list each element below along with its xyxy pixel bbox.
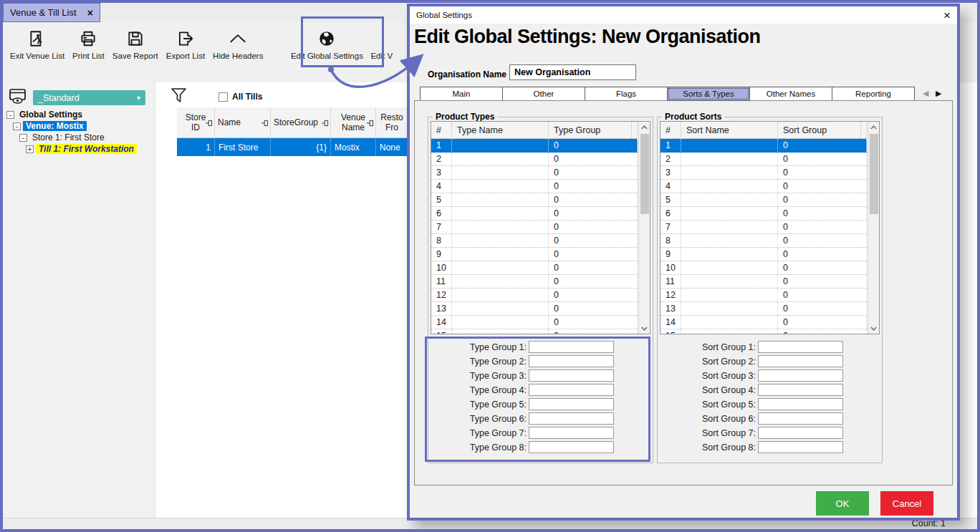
sort-group-2-input[interactable] xyxy=(758,355,843,367)
product-sorts-row[interactable]: 90 xyxy=(660,248,867,261)
pin-icon[interactable] xyxy=(206,119,213,129)
product-types-row[interactable]: 150 xyxy=(431,329,638,334)
tab-flags[interactable]: Flags xyxy=(585,87,668,101)
venue-column-header-store[interactable]: StoreID xyxy=(177,107,215,138)
product-sorts-column-sort-name[interactable]: Sort Name xyxy=(681,122,778,138)
toolbar-button-edit-global-settings[interactable]: Edit Global Settings xyxy=(289,29,365,60)
sort-group-1-input[interactable] xyxy=(758,341,843,353)
product-sorts-row[interactable]: 130 xyxy=(660,302,867,316)
scroll-up-icon[interactable] xyxy=(639,122,650,132)
venue-row[interactable]: 1First Store{1}MostixNone xyxy=(177,138,408,156)
venue-column-header-storegroup[interactable]: StoreGroup xyxy=(271,107,331,138)
venue-column-header-resto[interactable]: RestoFro xyxy=(376,107,408,138)
all-tills-checkbox[interactable] xyxy=(218,92,228,102)
product-sorts-row[interactable]: 80 xyxy=(660,234,867,248)
product-types-column-type-name[interactable]: Type Name xyxy=(452,122,549,138)
product-sorts-row[interactable]: 150 xyxy=(660,329,867,334)
product-sorts-row[interactable]: 20 xyxy=(660,153,867,166)
product-types-row[interactable]: 110 xyxy=(431,275,638,289)
product-sorts-row[interactable]: 140 xyxy=(660,316,867,329)
tab-sorts-types[interactable]: Sorts & Types xyxy=(667,87,750,101)
product-sorts-row[interactable]: 60 xyxy=(660,207,867,221)
sort-group-8-input[interactable] xyxy=(758,441,843,453)
toolbar-button-print-list[interactable]: Print List xyxy=(72,29,105,60)
sort-group-5-input[interactable] xyxy=(758,398,843,410)
sort-group-7-input[interactable] xyxy=(758,427,843,439)
layout-preset-dropdown[interactable]: _Standard ▾ xyxy=(33,90,145,105)
product-sorts-row[interactable]: 100 xyxy=(660,261,867,275)
product-sorts-scrollbar[interactable] xyxy=(868,122,879,334)
product-types-row[interactable]: 60 xyxy=(431,207,638,221)
scroll-up-icon[interactable] xyxy=(868,122,879,132)
collapse-icon[interactable]: - xyxy=(6,111,14,119)
tree-item-venue-mostix[interactable]: -Venue: Mostix xyxy=(3,120,155,132)
sort-group-3-input[interactable] xyxy=(758,369,843,382)
type-group-6-input[interactable] xyxy=(529,412,614,425)
type-group-8-input[interactable] xyxy=(529,441,614,453)
doc-tab-venue-till-list[interactable]: Venue & Till List × xyxy=(3,3,100,22)
pin-icon[interactable] xyxy=(261,119,269,129)
product-types-row[interactable]: 70 xyxy=(431,221,638,234)
product-sorts-row[interactable]: 70 xyxy=(660,221,867,234)
pin-icon[interactable] xyxy=(322,119,329,129)
product-types-row[interactable]: 20 xyxy=(431,153,638,166)
dialog-close-icon[interactable]: × xyxy=(943,9,951,21)
collapse-icon[interactable]: - xyxy=(13,122,21,130)
doc-tab-close-icon[interactable]: × xyxy=(87,7,93,19)
product-types-scroll-thumb[interactable] xyxy=(640,134,649,214)
product-types-row[interactable]: 80 xyxy=(431,234,638,248)
sort-group-4-input[interactable] xyxy=(758,384,843,396)
type-group-3-input[interactable] xyxy=(529,369,614,382)
product-types-column-type-group[interactable]: Type Group xyxy=(549,122,632,138)
product-sorts-column-[interactable]: # xyxy=(660,122,681,138)
organisation-name-input[interactable] xyxy=(509,64,636,80)
scroll-down-icon[interactable] xyxy=(868,323,879,334)
tab-reporting[interactable]: Reporting xyxy=(832,87,915,101)
scroll-down-icon[interactable] xyxy=(639,323,650,334)
product-sorts-row[interactable]: 40 xyxy=(660,180,867,193)
product-sorts-row[interactable]: 30 xyxy=(660,166,867,180)
product-types-row[interactable]: 10 xyxy=(431,139,638,153)
product-sorts-scroll-track[interactable] xyxy=(868,132,879,323)
pin-icon[interactable] xyxy=(367,119,374,129)
product-sorts-column-sort-group[interactable]: Sort Group xyxy=(778,122,861,138)
product-types-scrollbar[interactable] xyxy=(638,122,650,334)
toolbar-button-save-report[interactable]: Save Report xyxy=(112,29,158,60)
product-types-row[interactable]: 40 xyxy=(431,180,638,193)
product-types-row[interactable]: 130 xyxy=(431,302,638,316)
sort-group-6-input[interactable] xyxy=(758,412,843,425)
type-group-4-input[interactable] xyxy=(529,384,614,396)
filter-icon[interactable] xyxy=(170,87,187,107)
product-sorts-row[interactable]: 110 xyxy=(660,275,867,289)
type-group-7-input[interactable] xyxy=(529,427,614,439)
product-types-row[interactable]: 100 xyxy=(431,261,638,275)
type-group-5-input[interactable] xyxy=(529,398,614,410)
toolbar-button-edit-v[interactable]: Edit V xyxy=(370,29,393,60)
product-sorts-scroll-thumb[interactable] xyxy=(870,134,878,214)
tree-item-global-settings[interactable]: -Global Settings xyxy=(3,109,155,120)
product-types-row[interactable]: 50 xyxy=(431,193,638,207)
tree-item-store-1-first-store[interactable]: -Store 1: First Store xyxy=(3,132,155,143)
product-types-scroll-track[interactable] xyxy=(639,132,650,323)
type-group-1-input[interactable] xyxy=(529,341,614,353)
collapse-icon[interactable]: - xyxy=(19,134,27,142)
toolbar-button-exit-venue-list[interactable]: Exit Venue List xyxy=(10,29,64,60)
venue-column-header-name[interactable]: Name xyxy=(215,107,271,138)
tab-other-names[interactable]: Other Names xyxy=(749,87,832,101)
cancel-button[interactable]: Cancel xyxy=(880,491,933,516)
product-types-row[interactable]: 30 xyxy=(431,166,638,180)
toolbar-button-export-list[interactable]: Export List xyxy=(166,29,205,60)
ok-button[interactable]: OK xyxy=(816,491,869,516)
product-types-column-[interactable]: # xyxy=(431,122,452,138)
product-sorts-row[interactable]: 10 xyxy=(660,139,867,153)
product-types-row[interactable]: 90 xyxy=(431,248,638,261)
layout-view-icon[interactable] xyxy=(9,88,28,107)
product-sorts-row[interactable]: 120 xyxy=(660,289,867,302)
venue-column-header-venue[interactable]: VenueName xyxy=(331,107,376,138)
tab-scroll-left-icon[interactable]: ◀ xyxy=(923,89,928,98)
all-tills-checkbox-row[interactable]: All Tills xyxy=(218,92,262,102)
expand-icon[interactable]: + xyxy=(26,145,34,153)
type-group-2-input[interactable] xyxy=(529,355,614,367)
tree-item-till-1-first-workstation[interactable]: +Till 1: First Workstation xyxy=(3,143,155,155)
tab-scroll-right-icon[interactable]: ▶ xyxy=(936,89,941,98)
